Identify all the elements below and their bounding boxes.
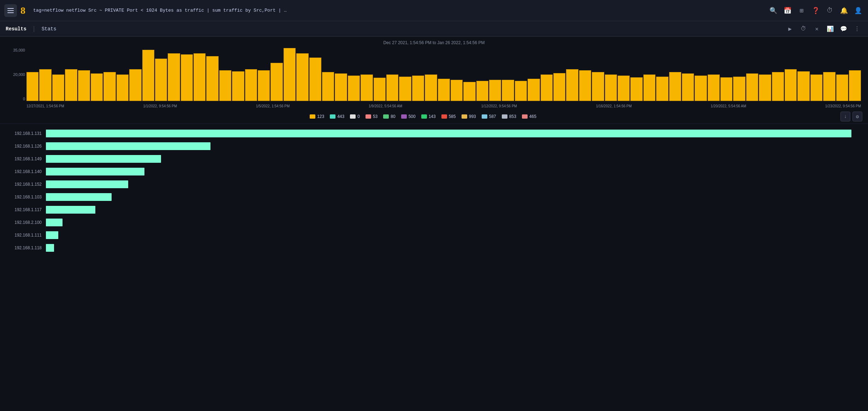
time-bar[interactable]	[836, 75, 848, 101]
time-bar[interactable]	[849, 70, 861, 101]
time-bar[interactable]	[26, 72, 38, 101]
legend-item[interactable]: 53	[365, 114, 377, 119]
legend-item[interactable]: 993	[462, 114, 476, 119]
time-bar[interactable]	[592, 72, 604, 101]
hbar-fill[interactable]	[46, 219, 63, 226]
tab-results[interactable]: Results	[6, 25, 26, 33]
legend-item[interactable]: 80	[383, 114, 395, 119]
time-bar[interactable]	[759, 75, 771, 101]
time-bar[interactable]	[643, 75, 655, 101]
time-bar[interactable]	[219, 70, 231, 101]
time-bar[interactable]	[797, 71, 809, 101]
time-bar[interactable]	[785, 69, 797, 101]
time-bar[interactable]	[438, 79, 450, 101]
time-bar[interactable]	[39, 69, 51, 101]
legend-item[interactable]: 0	[350, 114, 360, 119]
table-icon[interactable]: ⊞	[796, 5, 807, 16]
time-bar[interactable]	[296, 53, 308, 101]
time-bar[interactable]	[194, 53, 206, 101]
time-bar[interactable]	[425, 75, 437, 101]
time-bar[interactable]	[502, 80, 514, 101]
time-bar[interactable]	[720, 77, 732, 101]
tab-stats[interactable]: Stats	[42, 25, 57, 33]
time-bar[interactable]	[245, 69, 257, 101]
hbar-fill[interactable]	[46, 193, 112, 201]
legend-item[interactable]: 585	[441, 114, 456, 119]
time-bar[interactable]	[630, 77, 642, 101]
user-icon[interactable]: 👤	[852, 5, 864, 16]
time-bar[interactable]	[232, 71, 244, 101]
hbar-fill[interactable]	[46, 244, 54, 252]
time-bar[interactable]	[168, 53, 180, 101]
time-bar[interactable]	[142, 50, 154, 101]
menu-button[interactable]	[4, 4, 17, 17]
time-bar[interactable]	[708, 75, 720, 101]
time-bar[interactable]	[335, 73, 347, 101]
time-bar[interactable]	[129, 69, 141, 101]
legend-item[interactable]: 143	[421, 114, 436, 119]
search-icon[interactable]: 🔍	[768, 5, 779, 16]
time-bar[interactable]	[322, 72, 334, 101]
time-bar[interactable]	[515, 81, 527, 101]
time-bar[interactable]	[181, 54, 193, 101]
legend-item[interactable]: 443	[330, 114, 344, 119]
calendar-icon[interactable]: 📅	[782, 5, 793, 16]
time-bar[interactable]	[823, 72, 835, 101]
time-bar[interactable]	[258, 70, 270, 101]
time-bar[interactable]	[553, 73, 565, 101]
hbar-fill[interactable]	[46, 206, 95, 214]
legend-item[interactable]: 123	[310, 114, 324, 119]
time-bar[interactable]	[374, 78, 386, 101]
time-bar[interactable]	[579, 70, 591, 101]
hbar-fill[interactable]	[46, 142, 210, 150]
time-bar[interactable]	[155, 59, 167, 101]
time-bar[interactable]	[103, 72, 115, 101]
time-bar[interactable]	[451, 80, 463, 101]
time-bar[interactable]	[117, 75, 129, 101]
legend-item[interactable]: 853	[502, 114, 516, 119]
time-bar[interactable]	[566, 69, 578, 101]
hbar-fill[interactable]	[46, 155, 161, 163]
hbar-fill[interactable]	[46, 231, 58, 239]
time-bar[interactable]	[309, 58, 321, 101]
chat-icon[interactable]: 💬	[838, 24, 849, 34]
time-bar[interactable]	[682, 73, 694, 101]
time-bar[interactable]	[91, 73, 103, 101]
time-bar[interactable]	[772, 72, 784, 101]
notification-icon[interactable]: 🔔	[838, 5, 850, 16]
time-bar[interactable]	[206, 56, 218, 101]
time-bar[interactable]	[746, 73, 758, 101]
close-icon[interactable]: ✕	[811, 24, 822, 34]
time-bar[interactable]	[733, 77, 745, 101]
stopwatch-icon[interactable]: ⏱	[798, 24, 809, 34]
time-bar[interactable]	[348, 76, 360, 101]
more-icon[interactable]: ⋮	[852, 24, 862, 34]
settings-btn[interactable]: ⚙	[852, 112, 862, 121]
time-bar[interactable]	[52, 75, 64, 101]
time-bar[interactable]	[386, 75, 398, 101]
time-bar[interactable]	[695, 76, 707, 101]
hbar-fill[interactable]	[46, 180, 128, 188]
timer-icon[interactable]: ⏱	[824, 5, 836, 16]
hbar-fill[interactable]	[46, 130, 851, 137]
time-bar[interactable]	[618, 76, 630, 101]
time-bar[interactable]	[361, 75, 373, 101]
time-bar[interactable]	[270, 63, 283, 101]
time-bar[interactable]	[463, 82, 475, 101]
time-bar[interactable]	[284, 48, 296, 101]
legend-item[interactable]: 587	[482, 114, 496, 119]
time-bar[interactable]	[541, 75, 553, 101]
time-bar[interactable]	[65, 69, 77, 101]
time-bar[interactable]	[656, 77, 668, 101]
time-bar[interactable]	[528, 79, 540, 101]
legend-item[interactable]: 500	[401, 114, 416, 119]
time-bar[interactable]	[489, 80, 501, 101]
time-bar[interactable]	[412, 76, 424, 101]
time-bar[interactable]	[669, 72, 681, 101]
time-bar[interactable]	[476, 81, 488, 101]
download-btn[interactable]: ↓	[840, 112, 850, 121]
legend-item[interactable]: 465	[522, 114, 536, 119]
barchart-icon[interactable]: 📊	[825, 24, 836, 34]
time-bar[interactable]	[399, 77, 411, 101]
play-icon[interactable]: ▶	[785, 24, 795, 34]
